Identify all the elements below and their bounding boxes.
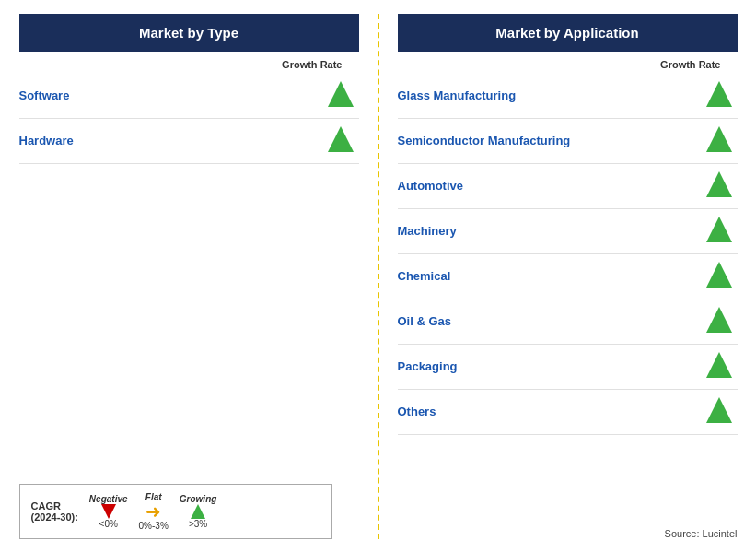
left-panel: Market by Type Growth Rate SoftwareHardw… <box>10 14 368 539</box>
arrow-down-icon <box>101 504 116 519</box>
arrow-up-icon <box>191 504 205 519</box>
item-label: Machinery <box>398 224 457 238</box>
source-label: Source: Lucintel <box>398 519 738 539</box>
item-label: Hardware <box>19 134 74 147</box>
legend-title: CAGR(2024-30): <box>31 500 78 523</box>
arrow-up-icon <box>328 126 354 152</box>
right-panel: Market by Application Growth Rate Glass … <box>389 14 747 539</box>
item-label: Semiconductor Manufacturing <box>398 134 571 147</box>
left-items-list: SoftwareHardware <box>19 74 359 164</box>
arrow-up-icon <box>706 262 732 288</box>
table-row: Packaging <box>398 345 738 390</box>
table-row: Hardware <box>19 119 359 164</box>
item-label: Others <box>398 405 436 418</box>
table-row: Software <box>19 74 359 119</box>
arrow-up-icon <box>706 126 732 152</box>
left-panel-header: Market by Type <box>19 14 359 52</box>
table-row: Chemical <box>398 254 738 299</box>
arrow-up-icon <box>706 307 732 333</box>
item-label: Automotive <box>398 179 464 193</box>
panel-divider <box>378 14 379 539</box>
legend-item-growing: Growing >3% <box>180 494 217 529</box>
table-row: Others <box>398 390 738 435</box>
left-growth-rate-label: Growth Rate <box>19 59 359 70</box>
item-label: Packaging <box>398 359 458 373</box>
item-label: Glass Manufacturing <box>398 88 517 102</box>
right-growth-rate-label: Growth Rate <box>398 59 738 70</box>
item-label: Software <box>19 88 70 102</box>
arrow-up-icon <box>328 81 354 107</box>
arrow-up-icon <box>706 171 732 197</box>
arrow-flat-icon: ➜ <box>145 502 161 521</box>
table-row: Glass Manufacturing <box>398 74 738 119</box>
table-row: Oil & Gas <box>398 299 738 345</box>
right-items-list: Glass ManufacturingSemiconductor Manufac… <box>398 74 738 435</box>
item-label: Chemical <box>398 269 451 283</box>
legend-item-negative: Negative <0% <box>89 494 128 529</box>
legend-box: CAGR(2024-30): Negative <0% Flat ➜ 0%-3%… <box>19 484 332 539</box>
arrow-up-icon <box>706 397 732 423</box>
table-row: Machinery <box>398 209 738 254</box>
item-label: Oil & Gas <box>398 314 452 328</box>
right-panel-header: Market by Application <box>398 14 738 52</box>
arrow-up-icon <box>706 352 732 378</box>
arrow-up-icon <box>706 217 732 242</box>
table-row: Automotive <box>398 164 738 209</box>
arrow-up-icon <box>706 81 732 107</box>
legend-item-flat: Flat ➜ 0%-3% <box>139 492 169 531</box>
table-row: Semiconductor Manufacturing <box>398 119 738 164</box>
